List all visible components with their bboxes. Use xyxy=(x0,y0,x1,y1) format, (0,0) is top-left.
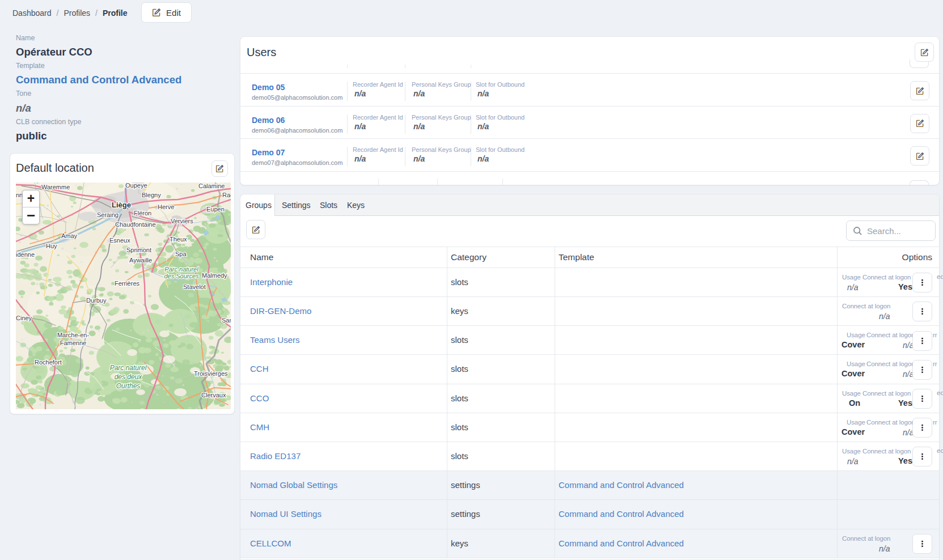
svg-text:Chaudfontaine: Chaudfontaine xyxy=(115,221,156,228)
svg-text:Aywaille: Aywaille xyxy=(129,257,152,264)
svg-text:Malmedy: Malmedy xyxy=(202,272,227,279)
svg-text:Famenne: Famenne xyxy=(60,340,86,346)
svg-text:Herve: Herve xyxy=(158,203,174,210)
svg-text:Rochefort: Rochefort xyxy=(35,359,62,366)
svg-text:Waremme: Waremme xyxy=(41,184,70,190)
svg-text:Blegny: Blegny xyxy=(142,192,161,198)
svg-text:Troisvierges: Troisvierges xyxy=(194,370,228,377)
svg-text:San: San xyxy=(222,317,231,324)
svg-text:Marche-en-: Marche-en- xyxy=(57,332,90,338)
svg-text:Esneux: Esneux xyxy=(109,237,130,244)
svg-text:Stavelot: Stavelot xyxy=(183,283,206,290)
svg-text:des deux: des deux xyxy=(115,373,143,381)
svg-text:Ourthes: Ourthes xyxy=(116,382,141,390)
svg-text:Sprimont: Sprimont xyxy=(126,247,151,253)
svg-text:Fléron: Fléron xyxy=(134,210,151,217)
svg-text:Ferrières: Ferrières xyxy=(115,280,140,287)
svg-text:Theux: Theux xyxy=(170,236,187,243)
svg-text:Spa: Spa xyxy=(175,251,187,257)
svg-text:Oupeye: Oupeye xyxy=(125,183,147,189)
svg-text:Ciney: Ciney xyxy=(16,315,32,321)
svg-text:Huy: Huy xyxy=(46,243,57,249)
svg-text:Verviers: Verviers xyxy=(171,218,193,224)
svg-text:Calamine: Calamine xyxy=(198,183,225,189)
svg-text:des Sources: des Sources xyxy=(164,273,199,279)
svg-text:Clervaux: Clervaux xyxy=(201,392,226,398)
svg-text:Parc naturel: Parc naturel xyxy=(164,266,198,273)
svg-text:idenne: idenne xyxy=(16,251,35,258)
svg-text:Amay: Amay xyxy=(61,232,78,239)
svg-text:Seraing: Seraing xyxy=(97,211,119,218)
svg-text:Parc naturel: Parc naturel xyxy=(110,364,147,372)
svg-text:Eupen: Eupen xyxy=(206,206,225,213)
svg-text:Liège: Liège xyxy=(112,201,131,209)
svg-text:Rae: Rae xyxy=(222,192,231,198)
svg-text:Durbuy: Durbuy xyxy=(86,297,107,304)
